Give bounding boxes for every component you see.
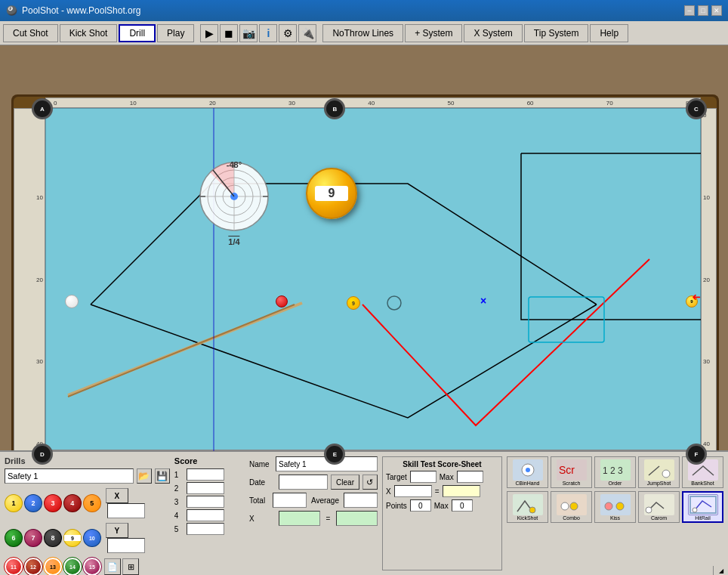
svg-line-19 xyxy=(649,466,659,475)
x-score-field[interactable] xyxy=(279,511,320,526)
app-icon: 🎱 xyxy=(6,5,17,16)
score-row-3-num: 3 xyxy=(174,498,184,506)
shot-types-section: CBinHand Scr Scratch 1 2 3 Order xyxy=(507,456,723,570)
skill-eq-input[interactable] xyxy=(443,485,480,497)
jump-shot-button[interactable]: JumpShot xyxy=(638,456,680,488)
ball-14[interactable]: 14 xyxy=(63,558,82,575)
play-button[interactable]: Play xyxy=(157,24,194,42)
refresh-button[interactable]: ↺ xyxy=(362,475,378,490)
svg-line-2 xyxy=(68,305,295,397)
ball-8[interactable]: 8 xyxy=(44,529,62,547)
cb-in-hand-button[interactable]: CBinHand xyxy=(507,456,548,488)
help-button[interactable]: Help xyxy=(590,24,628,42)
ball-15[interactable]: 15 xyxy=(83,558,101,575)
ball-9-btn[interactable]: 9 xyxy=(63,529,82,547)
pocket-D: D xyxy=(32,444,53,465)
clear-button[interactable]: Clear xyxy=(331,475,359,490)
svg-point-25 xyxy=(616,502,624,510)
ball-2[interactable]: 2 xyxy=(24,494,42,512)
drill-button[interactable]: Drill xyxy=(119,24,156,42)
skill-x-input[interactable] xyxy=(394,485,432,497)
close-button[interactable]: ✕ xyxy=(711,5,722,16)
ball-6[interactable]: 6 xyxy=(5,529,23,547)
stop-icon-button[interactable]: ◼ xyxy=(220,24,238,42)
ball-7[interactable]: 7 xyxy=(24,529,42,547)
svg-point-23 xyxy=(570,502,578,510)
hit-rail-button[interactable]: HitRail xyxy=(682,491,723,523)
kiss-button[interactable]: Kiss xyxy=(594,491,636,523)
ball-9-display: 9 xyxy=(306,168,357,219)
order-button[interactable]: 1 2 3 Order xyxy=(594,456,636,488)
average-field[interactable] xyxy=(344,493,378,508)
maximize-button[interactable]: □ xyxy=(698,5,708,16)
drills-section: Drills 📂 💾 1 2 3 4 5 X 6 7 8 9 xyxy=(5,456,170,570)
ball-10[interactable]: 10 xyxy=(83,529,101,547)
plugin-icon-button[interactable]: 🔌 xyxy=(298,24,316,42)
svg-point-3 xyxy=(387,296,401,310)
combo-label: Combo xyxy=(563,515,580,521)
score-row-1-input[interactable] xyxy=(187,468,224,481)
bottom-panel: Drills 📂 💾 1 2 3 4 5 X 6 7 8 9 xyxy=(0,450,728,575)
cue-ball xyxy=(65,295,79,308)
titlebar: 🎱 PoolShot - www.PoolShot.org – □ ✕ xyxy=(0,0,728,21)
plus-system-button[interactable]: + System xyxy=(405,24,462,42)
ball-5[interactable]: 5 xyxy=(83,494,101,512)
kick-shot-button[interactable]: Kick Shot xyxy=(60,24,118,42)
ruler-top: 01020304050607080 xyxy=(45,97,701,108)
x-value-input[interactable] xyxy=(107,503,145,518)
combo-button[interactable]: Combo xyxy=(551,491,592,523)
ball-12[interactable]: 12 xyxy=(24,558,42,575)
app-title: PoolShot - www.PoolShot.org xyxy=(22,5,140,16)
points-max-input[interactable] xyxy=(452,499,473,512)
minimize-button[interactable]: – xyxy=(684,5,695,16)
kick-shot-label: KickShot xyxy=(517,515,538,521)
skill-section: Skill Test Score-Sheet Target Max X = Po… xyxy=(382,456,502,570)
carom-button[interactable]: Carom xyxy=(638,491,680,523)
eq-score-field[interactable] xyxy=(336,511,378,526)
save-drill-button[interactable]: 💾 xyxy=(155,468,170,484)
drill-name-input[interactable] xyxy=(5,468,134,484)
resize-handle[interactable]: ◢ xyxy=(713,566,728,575)
svg-text:Scr: Scr xyxy=(559,464,575,476)
svg-point-22 xyxy=(561,502,569,510)
kick-shot-type-button[interactable]: KickShot xyxy=(507,491,548,523)
angle-display: -48° xyxy=(227,160,242,169)
ball-3[interactable]: 3 xyxy=(44,494,62,512)
camera-icon-button[interactable]: 📷 xyxy=(239,24,258,42)
info-icon-button[interactable]: i xyxy=(259,24,277,42)
play-icon-button[interactable]: ▶ xyxy=(200,24,218,42)
page-icon-button[interactable]: 📄 xyxy=(104,558,121,575)
max-input[interactable] xyxy=(457,471,483,483)
score-section: Score 1 2 3 4 5 xyxy=(174,456,245,570)
ball-11[interactable]: 11 xyxy=(5,558,23,575)
no-throw-lines-button[interactable]: NoThrow Lines xyxy=(322,24,403,42)
x-button[interactable]: X xyxy=(106,488,128,503)
target-input[interactable] xyxy=(410,471,436,483)
y-value-input[interactable] xyxy=(107,538,145,553)
ball-1[interactable]: 1 xyxy=(5,494,23,512)
cut-shot-button[interactable]: Cut Shot xyxy=(3,24,58,42)
score-row-5-input[interactable] xyxy=(187,523,224,535)
ball-4[interactable]: 4 xyxy=(63,494,82,512)
svg-point-24 xyxy=(605,502,612,510)
points-input[interactable] xyxy=(410,499,431,512)
date-field[interactable] xyxy=(279,475,328,490)
tip-system-button[interactable]: Tip System xyxy=(524,24,589,42)
score-row-3-input[interactable] xyxy=(187,496,224,508)
open-drill-button[interactable]: 📂 xyxy=(137,468,152,484)
equals-label: = xyxy=(326,515,331,523)
ruler-right: 010203040 xyxy=(701,108,717,451)
score-row-4-input[interactable] xyxy=(187,509,224,521)
grid-icon-button[interactable]: ⊞ xyxy=(122,558,139,575)
scratch-button[interactable]: Scr Scratch xyxy=(551,456,592,488)
score-row-2-input[interactable] xyxy=(187,482,224,494)
x-system-button[interactable]: X System xyxy=(464,24,522,42)
ball-13[interactable]: 13 xyxy=(44,558,62,575)
toolbar: Cut Shot Kick Shot Drill Play ▶ ◼ 📷 i ⚙ … xyxy=(0,21,728,45)
pocket-A: A xyxy=(32,98,53,119)
svg-text:1 2 3: 1 2 3 xyxy=(603,465,623,476)
total-field[interactable] xyxy=(273,493,307,508)
y-button[interactable]: Y xyxy=(106,523,128,538)
jump-shot-label: JumpShot xyxy=(647,481,671,486)
gear-icon-button[interactable]: ⚙ xyxy=(279,24,297,42)
